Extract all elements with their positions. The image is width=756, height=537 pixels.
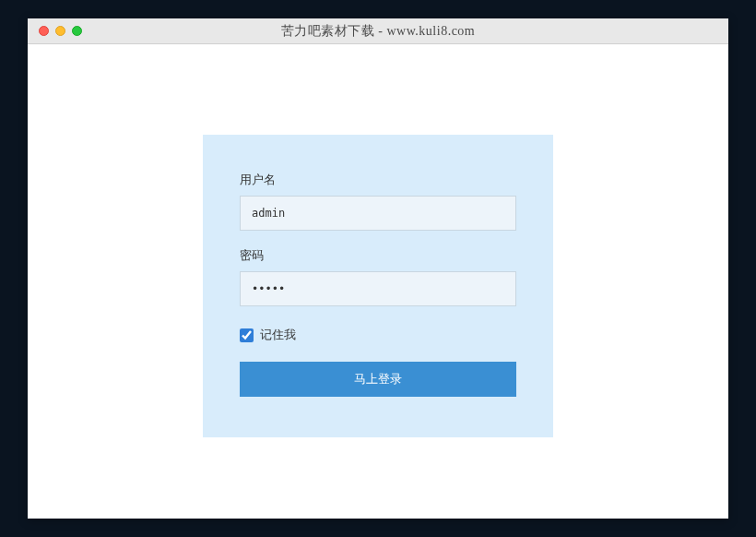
minimize-icon[interactable] xyxy=(55,26,65,36)
password-input[interactable] xyxy=(240,271,516,306)
remember-label[interactable]: 记住我 xyxy=(260,327,296,343)
content-area: 用户名 密码 记住我 马上登录 xyxy=(28,44,728,519)
login-button[interactable]: 马上登录 xyxy=(240,362,516,397)
remember-checkbox[interactable] xyxy=(240,328,254,342)
remember-row: 记住我 xyxy=(240,327,516,343)
login-card: 用户名 密码 记住我 马上登录 xyxy=(203,135,553,437)
password-label: 密码 xyxy=(240,247,516,264)
username-input[interactable] xyxy=(240,196,516,231)
app-window: 苦力吧素材下载 - www.kuli8.com 用户名 密码 记住我 马上登录 xyxy=(28,18,728,519)
close-icon[interactable] xyxy=(39,26,49,36)
traffic-lights xyxy=(28,26,82,36)
username-label: 用户名 xyxy=(240,172,516,188)
window-title: 苦力吧素材下载 - www.kuli8.com xyxy=(28,23,728,40)
titlebar: 苦力吧素材下载 - www.kuli8.com xyxy=(28,18,728,44)
maximize-icon[interactable] xyxy=(72,26,82,36)
username-group: 用户名 xyxy=(240,172,516,231)
password-group: 密码 xyxy=(240,247,516,306)
